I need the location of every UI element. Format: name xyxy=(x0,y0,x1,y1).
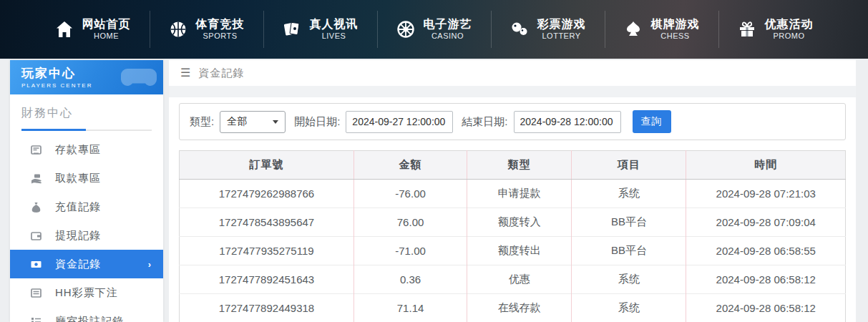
basketball-icon xyxy=(169,20,187,39)
table-cell: 1727479262988766 xyxy=(180,180,354,208)
table-header-cell: 時間 xyxy=(686,151,846,180)
player-center-sidebar: 玩家中心 PLAYERS CENTER 財務中心 存款專區›取款專區›充值記錄›… xyxy=(10,60,163,322)
page-title: 資金記錄 xyxy=(198,67,244,80)
table-cell: 2024-09-28 07:09:04 xyxy=(686,208,846,237)
sidebar-item-money-bag[interactable]: 充值記錄› xyxy=(10,192,163,221)
start-date-input[interactable] xyxy=(346,111,453,133)
sidebar-item-withdraw-hand[interactable]: 取款專區› xyxy=(10,164,163,192)
wallet-icon xyxy=(30,230,42,242)
table-cell: 2024-09-28 07:21:03 xyxy=(686,180,846,208)
home-icon xyxy=(55,20,74,39)
table-cell: 额度转入 xyxy=(467,208,572,237)
nav-label-cn: 电子游艺 xyxy=(424,17,472,31)
nav-label-cn: 真人视讯 xyxy=(310,17,359,31)
gamepad-icon xyxy=(120,63,157,94)
finance-section-title: 財務中心 xyxy=(21,106,152,130)
money-bag-icon xyxy=(30,201,42,213)
nav-item-lottery[interactable]: 彩票游戏LOTTERY xyxy=(492,11,605,48)
sidebar-item-label: HH彩票下注 xyxy=(55,286,118,300)
deposit-icon xyxy=(30,144,42,156)
list-detail-icon xyxy=(30,316,42,322)
table-cell: 1727477892449318 xyxy=(180,294,354,322)
lottery-balls-icon xyxy=(510,20,529,39)
sidebar-item-label: 資金記錄 xyxy=(55,258,101,271)
table-header-cell: 類型 xyxy=(467,151,572,180)
query-button[interactable]: 查詢 xyxy=(633,110,671,133)
sidebar-item-cash[interactable]: 資金記錄› xyxy=(10,250,163,278)
nav-label-cn: 优惠活动 xyxy=(765,17,814,31)
hamburger-menu-icon[interactable]: ☰ xyxy=(180,67,191,79)
nav-item-lives[interactable]: 真人视讯LIVES xyxy=(264,11,378,48)
content-panel: 類型: 全部 開始日期: 結束日期: 查詢 訂單號金額類型項目時間 172747… xyxy=(169,97,856,322)
table-row: 17274778924516430.36优惠系统2024-09-28 06:58… xyxy=(180,265,846,294)
sidebar-item-list[interactable]: HH彩票下注› xyxy=(10,278,163,307)
end-date-label: 結束日期: xyxy=(462,115,507,129)
table-cell: 2024-09-28 06:58:55 xyxy=(686,237,846,265)
type-select-value: 全部 xyxy=(227,115,247,128)
table-cell: 在线存款 xyxy=(467,294,572,322)
nav-item-sports[interactable]: 体育竞技SPORTS xyxy=(150,11,264,48)
table-header-cell: 金額 xyxy=(353,151,467,180)
nav-label-cn: 网站首页 xyxy=(82,17,131,31)
spade-icon xyxy=(624,20,643,39)
nav-item-promo[interactable]: 优惠活动PROMO xyxy=(719,11,832,48)
table-row: 1727477935275119-71.00额度转出BB平台2024-09-28… xyxy=(180,237,846,265)
main-content: ☰ 資金記錄 類型: 全部 開始日期: 結束日期: 查詢 訂單號金額類型項目時間… xyxy=(169,60,856,322)
sidebar-item-label: 充值記錄 xyxy=(55,200,101,214)
nav-label-cn: 体育竞技 xyxy=(196,17,245,31)
table-cell: 优惠 xyxy=(467,265,572,294)
sidebar-header: 玩家中心 PLAYERS CENTER xyxy=(10,60,163,94)
section-underline xyxy=(21,130,152,131)
chevron-right-icon: › xyxy=(148,259,152,270)
funds-record-table: 訂單號金額類型項目時間 1727479262988766-76.00申请提款系统… xyxy=(179,150,846,322)
finance-section: 財務中心 xyxy=(10,94,163,131)
type-select[interactable]: 全部 xyxy=(220,111,286,133)
table-cell: 申请提款 xyxy=(467,180,572,208)
sidebar-item-label: 取款專區 xyxy=(55,172,101,185)
nav-label-en: CASINO xyxy=(431,31,464,42)
nav-label-cn: 彩票游戏 xyxy=(537,17,586,31)
table-cell: 1727477935275119 xyxy=(180,237,354,265)
nav-label-en: CHESS xyxy=(660,31,689,42)
table-cell: 系统 xyxy=(572,265,686,294)
table-cell: 1727478543895647 xyxy=(180,208,354,237)
chevron-down-icon xyxy=(273,120,278,124)
sidebar-item-list-detail[interactable]: 廳室投註記錄› xyxy=(10,307,163,322)
sidebar-item-label: 存款專區 xyxy=(55,143,101,157)
table-row: 172747854389564776.00额度转入BB平台2024-09-28 … xyxy=(180,208,846,237)
sidebar-item-deposit[interactable]: 存款專區› xyxy=(10,135,163,164)
sidebar-menu: 存款專區›取款專區›充值記錄›提現記錄›資金記錄›HH彩票下注›廳室投註記錄› xyxy=(10,135,163,322)
withdraw-hand-icon xyxy=(30,172,42,185)
start-date-label: 開始日期: xyxy=(294,115,340,129)
table-cell: BB平台 xyxy=(572,208,686,237)
table-cell: 1727477892451643 xyxy=(180,265,354,294)
table-cell: 系统 xyxy=(572,180,686,208)
nav-item-home[interactable]: 网站首页HOME xyxy=(36,11,150,48)
nav-label-en: LOTTERY xyxy=(542,31,580,42)
nav-label-en: PROMO xyxy=(773,31,804,42)
table-row: 1727479262988766-76.00申请提款系统2024-09-28 0… xyxy=(180,180,846,208)
cards-icon xyxy=(283,20,301,39)
table-cell: -71.00 xyxy=(353,237,467,265)
table-header-row: 訂單號金額類型項目時間 xyxy=(180,151,846,180)
table-cell: 0.36 xyxy=(353,265,467,294)
nav-label-en: SPORTS xyxy=(203,31,237,42)
table-row: 172747789244931871.14在线存款系统2024-09-28 06… xyxy=(180,294,846,322)
list-icon xyxy=(30,287,42,299)
table-cell: 71.14 xyxy=(353,294,467,322)
table-cell: 系统 xyxy=(572,294,686,322)
filter-bar: 類型: 全部 開始日期: 結束日期: 查詢 xyxy=(179,103,846,140)
cash-icon xyxy=(30,258,42,270)
table-cell: -76.00 xyxy=(353,180,467,208)
nav-item-casino[interactable]: 电子游艺CASINO xyxy=(378,11,492,48)
nav-label-cn: 棋牌游戏 xyxy=(651,17,700,31)
top-navigation: 网站首页HOME体育竞技SPORTS真人视讯LIVES电子游艺CASINO彩票游… xyxy=(0,0,868,59)
sidebar-item-label: 廳室投註記錄 xyxy=(55,315,124,322)
end-date-input[interactable] xyxy=(514,111,621,133)
table-cell: 2024-09-28 06:58:12 xyxy=(686,265,846,294)
type-label: 類型: xyxy=(190,115,214,129)
table-cell: 76.00 xyxy=(353,208,467,237)
sidebar-item-wallet[interactable]: 提現記錄› xyxy=(10,221,163,250)
nav-item-chess[interactable]: 棋牌游戏CHESS xyxy=(605,11,719,48)
roulette-icon xyxy=(396,20,415,39)
